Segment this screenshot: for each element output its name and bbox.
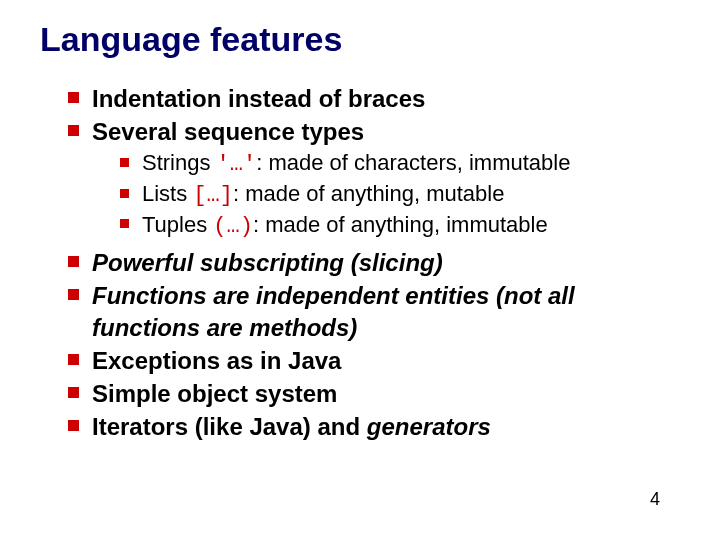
slide-title: Language features: [40, 20, 680, 59]
sub-text: Lists: [142, 181, 193, 206]
bullet-text: Exceptions as in Java: [92, 347, 341, 374]
bullet-item: Indentation instead of braces: [68, 83, 680, 114]
bullet-text: Simple object system: [92, 380, 337, 407]
sub-text: Tuples: [142, 212, 213, 237]
bullet-emphasis: generators: [367, 413, 491, 440]
sub-text: : made of anything, immutable: [253, 212, 548, 237]
bullet-item: Several sequence types Strings '…': made…: [68, 116, 680, 241]
sub-text: Strings: [142, 150, 217, 175]
bullet-text: Several sequence types: [92, 118, 364, 145]
bullet-text: Iterators (like Java) and: [92, 413, 367, 440]
code-literal: '…': [217, 152, 257, 177]
bullet-item: Powerful subscripting (slicing): [68, 247, 680, 278]
sub-text: : made of characters, immutable: [256, 150, 570, 175]
sub-bullet-item: Tuples (…): made of anything, immutable: [120, 211, 680, 242]
bullet-text: Functions are independent entities (not …: [92, 282, 575, 340]
bullet-item: Iterators (like Java) and generators: [68, 411, 680, 442]
bullet-list: Indentation instead of braces Several se…: [40, 83, 680, 442]
bullet-text: Indentation instead of braces: [92, 85, 425, 112]
sub-bullet-item: Lists […]: made of anything, mutable: [120, 180, 680, 211]
bullet-item: Simple object system: [68, 378, 680, 409]
sub-text: : made of anything, mutable: [233, 181, 505, 206]
sub-bullet-item: Strings '…': made of characters, immutab…: [120, 149, 680, 180]
sub-bullet-list: Strings '…': made of characters, immutab…: [92, 149, 680, 241]
code-literal: (…): [213, 214, 253, 239]
page-number: 4: [650, 489, 660, 510]
bullet-item: Exceptions as in Java: [68, 345, 680, 376]
bullet-text: Powerful subscripting (slicing): [92, 249, 443, 276]
bullet-item: Functions are independent entities (not …: [68, 280, 680, 342]
code-literal: […]: [193, 183, 233, 208]
slide: Language features Indentation instead of…: [0, 0, 720, 540]
